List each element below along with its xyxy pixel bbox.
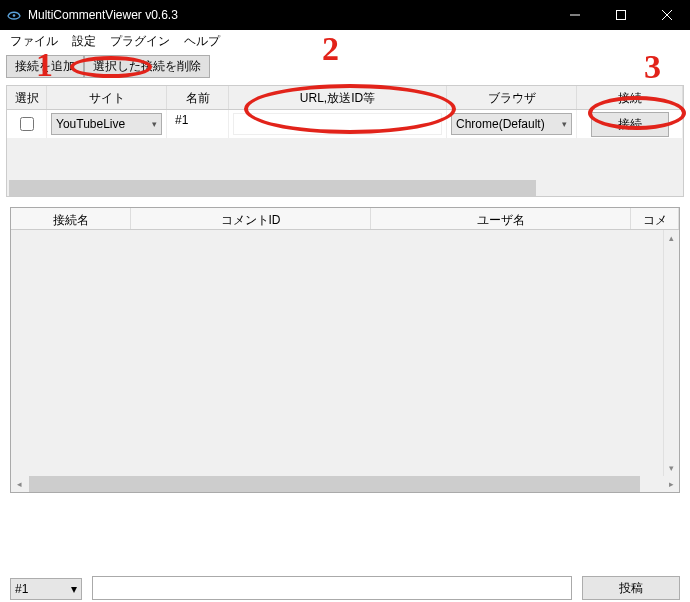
site-select[interactable]: YouTubeLive ▾ bbox=[51, 113, 162, 135]
add-connection-button[interactable]: 接続を追加 bbox=[6, 55, 84, 78]
maximize-button[interactable] bbox=[598, 0, 644, 30]
top-grid-hscrollbar[interactable] bbox=[7, 180, 683, 196]
svg-point-0 bbox=[13, 14, 16, 17]
menubar: ファイル 設定 プラグイン ヘルプ bbox=[0, 30, 690, 52]
window-title: MultiCommentViewer v0.6.3 bbox=[28, 8, 178, 22]
titlebar: MultiCommentViewer v0.6.3 bbox=[0, 0, 690, 30]
comments-body: ▴ ▾ bbox=[11, 230, 679, 476]
chevron-down-icon: ▾ bbox=[152, 119, 157, 129]
menu-plugins[interactable]: プラグイン bbox=[104, 31, 176, 52]
col-header-comment[interactable]: コメント bbox=[631, 208, 679, 229]
row-select-checkbox[interactable] bbox=[20, 117, 34, 131]
scroll-up-icon[interactable]: ▴ bbox=[664, 230, 679, 246]
comments-hscrollbar[interactable]: ◂ ▸ bbox=[11, 476, 679, 492]
channel-select[interactable]: #1 ▾ bbox=[10, 578, 82, 600]
col-header-url[interactable]: URL,放送ID等 bbox=[229, 86, 447, 109]
scroll-down-icon[interactable]: ▾ bbox=[664, 460, 679, 476]
comments-vscrollbar[interactable]: ▴ ▾ bbox=[663, 230, 679, 476]
chevron-down-icon: ▾ bbox=[562, 119, 567, 129]
col-header-comment-id[interactable]: コメントID bbox=[131, 208, 371, 229]
col-header-select[interactable]: 選択 bbox=[7, 86, 47, 109]
browser-select[interactable]: Chrome(Default) ▾ bbox=[451, 113, 572, 135]
col-header-browser[interactable]: ブラウザ bbox=[447, 86, 577, 109]
scrollbar-thumb[interactable] bbox=[29, 476, 640, 492]
app-icon bbox=[6, 7, 22, 23]
post-input[interactable] bbox=[92, 576, 572, 600]
col-header-site[interactable]: サイト bbox=[47, 86, 167, 109]
menu-help[interactable]: ヘルプ bbox=[178, 31, 226, 52]
post-button[interactable]: 投稿 bbox=[582, 576, 680, 600]
chevron-down-icon: ▾ bbox=[71, 582, 77, 596]
svg-rect-2 bbox=[617, 11, 626, 20]
menu-settings[interactable]: 設定 bbox=[66, 31, 102, 52]
connect-button[interactable]: 接続 bbox=[591, 112, 669, 137]
close-button[interactable] bbox=[644, 0, 690, 30]
scroll-left-icon[interactable]: ◂ bbox=[11, 479, 27, 489]
site-select-value: YouTubeLive bbox=[56, 117, 125, 131]
col-header-connect[interactable]: 接続 bbox=[577, 86, 683, 109]
grid-empty-area bbox=[7, 138, 683, 180]
connection-row: YouTubeLive ▾ #1 Chrome(Default) ▾ 接続 bbox=[7, 110, 683, 138]
col-header-name[interactable]: 名前 bbox=[167, 86, 229, 109]
minimize-button[interactable] bbox=[552, 0, 598, 30]
url-input[interactable] bbox=[233, 113, 442, 135]
col-header-conn-name[interactable]: 接続名 bbox=[11, 208, 131, 229]
toolbar: 接続を追加 選択した接続を削除 bbox=[0, 52, 690, 81]
remove-selected-button[interactable]: 選択した接続を削除 bbox=[84, 55, 210, 78]
channel-select-value: #1 bbox=[15, 582, 28, 596]
col-header-user-name[interactable]: ユーザ名 bbox=[371, 208, 631, 229]
name-field[interactable]: #1 bbox=[171, 113, 224, 135]
menu-file[interactable]: ファイル bbox=[4, 31, 64, 52]
footer: #1 ▾ 投稿 bbox=[10, 576, 680, 600]
connections-grid: 選択 サイト 名前 URL,放送ID等 ブラウザ 接続 YouTubeLive … bbox=[6, 85, 684, 197]
scroll-right-icon[interactable]: ▸ bbox=[663, 479, 679, 489]
browser-select-value: Chrome(Default) bbox=[456, 117, 545, 131]
comments-grid: 接続名 コメントID ユーザ名 コメント ▴ ▾ ◂ ▸ bbox=[10, 207, 680, 493]
scrollbar-thumb[interactable] bbox=[9, 180, 536, 196]
